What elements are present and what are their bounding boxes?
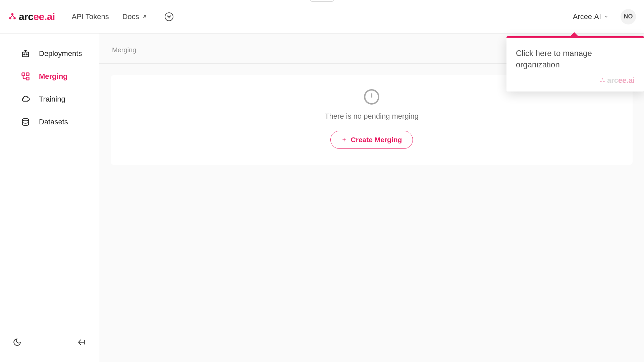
tooltip-brand: arcee.ai xyxy=(516,76,635,85)
svg-point-0 xyxy=(11,13,14,15)
avatar-initials: NO xyxy=(624,13,633,20)
plus-icon xyxy=(341,137,347,142)
sidebar-item-merging[interactable]: Merging xyxy=(0,65,99,88)
svg-rect-9 xyxy=(26,77,29,80)
svg-point-6 xyxy=(26,54,28,55)
app-header: arcee.ai API Tokens Docs Arcee.AI NO xyxy=(0,0,644,34)
robot-icon xyxy=(21,49,30,58)
database-icon xyxy=(21,117,30,127)
sidebar-item-training[interactable]: Training xyxy=(0,88,99,111)
nav-docs[interactable]: Docs xyxy=(122,12,147,21)
cloud-icon xyxy=(21,95,30,104)
svg-point-5 xyxy=(24,54,25,55)
manage-org-tooltip[interactable]: Click here to manage organization arcee.… xyxy=(506,36,644,92)
sidebar-item-datasets[interactable]: Datasets xyxy=(0,111,99,133)
breadcrumb-label: Merging xyxy=(112,46,136,54)
nav-api-tokens-label: API Tokens xyxy=(72,12,109,21)
svg-point-12 xyxy=(602,78,603,80)
theme-toggle[interactable] xyxy=(13,338,21,347)
moon-icon xyxy=(13,338,21,347)
svg-point-13 xyxy=(600,81,602,82)
collapse-icon xyxy=(77,338,86,347)
org-name-label: Arcee.AI xyxy=(573,12,601,21)
header-right: Arcee.AI NO xyxy=(573,9,636,24)
nav-links: API Tokens Docs xyxy=(72,12,173,21)
logo-text: arcee.ai xyxy=(19,11,55,22)
create-merging-button[interactable]: Create Merging xyxy=(330,131,413,149)
svg-point-10 xyxy=(22,119,29,121)
sidebar-item-deployments[interactable]: Deployments xyxy=(0,42,99,65)
nav-api-tokens[interactable]: API Tokens xyxy=(72,12,109,21)
sidebar: Deployments Merging Training Datasets xyxy=(0,34,99,362)
help-icon[interactable] xyxy=(165,12,173,21)
merge-icon xyxy=(21,72,30,81)
svg-point-3 xyxy=(168,16,170,17)
avatar[interactable]: NO xyxy=(621,9,636,24)
logo-mark-icon xyxy=(8,12,17,21)
empty-state-message: There is no pending merging xyxy=(325,112,419,121)
sidebar-footer xyxy=(0,338,99,353)
sidebar-item-label: Training xyxy=(39,95,65,104)
sidebar-item-label: Merging xyxy=(39,72,68,81)
svg-rect-8 xyxy=(26,73,29,76)
nav-docs-label: Docs xyxy=(122,12,139,21)
org-dropdown[interactable]: Arcee.AI xyxy=(573,12,608,21)
tooltip-message: Click here to manage organization xyxy=(516,48,635,70)
alert-circle-icon xyxy=(363,88,380,105)
sidebar-item-label: Deployments xyxy=(39,49,82,58)
collapse-sidebar-button[interactable] xyxy=(77,338,86,347)
svg-rect-4 xyxy=(22,52,29,57)
browser-tab-indicator xyxy=(310,0,334,2)
tooltip-logo-mark-icon xyxy=(599,77,605,83)
chevron-down-icon xyxy=(604,14,608,19)
svg-rect-7 xyxy=(22,73,25,76)
external-link-icon xyxy=(142,14,147,19)
create-button-label: Create Merging xyxy=(351,136,402,144)
logo[interactable]: arcee.ai xyxy=(8,11,55,22)
svg-point-14 xyxy=(603,81,605,82)
sidebar-item-label: Datasets xyxy=(39,118,68,126)
